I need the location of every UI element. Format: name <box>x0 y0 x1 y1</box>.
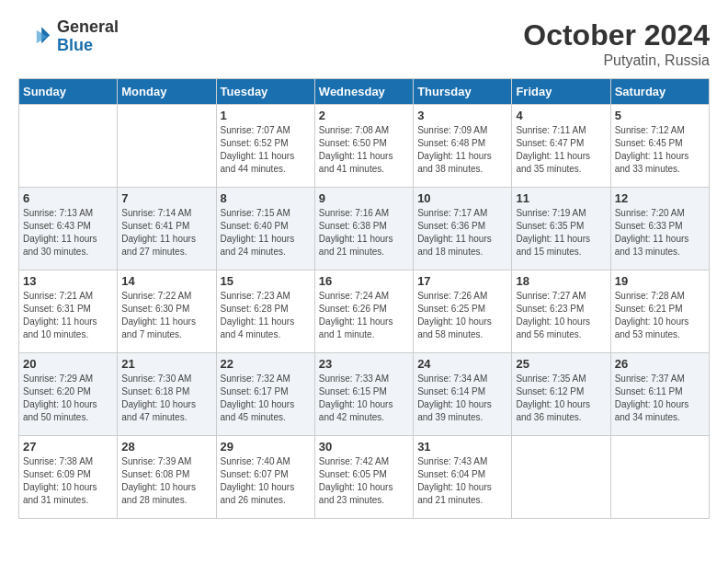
month-title: October 2024 <box>523 18 710 52</box>
day-info: Sunrise: 7:42 AM Sunset: 6:05 PM Dayligh… <box>319 455 409 507</box>
calendar-cell: 13Sunrise: 7:21 AM Sunset: 6:31 PM Dayli… <box>19 270 118 353</box>
day-number: 2 <box>319 109 409 122</box>
calendar-cell: 30Sunrise: 7:42 AM Sunset: 6:05 PM Dayli… <box>314 436 413 519</box>
calendar-week-row: 6Sunrise: 7:13 AM Sunset: 6:43 PM Daylig… <box>19 188 710 270</box>
day-number: 10 <box>417 191 507 205</box>
calendar-cell: 15Sunrise: 7:23 AM Sunset: 6:28 PM Dayli… <box>216 270 314 353</box>
weekday-header: Tuesday <box>216 79 314 105</box>
calendar-cell: 25Sunrise: 7:35 AM Sunset: 6:12 PM Dayli… <box>512 353 610 436</box>
calendar-cell: 18Sunrise: 7:27 AM Sunset: 6:23 PM Dayli… <box>512 270 610 353</box>
day-number: 8 <box>221 191 311 205</box>
day-number: 31 <box>417 440 507 454</box>
day-number: 14 <box>121 274 211 288</box>
title-area: October 2024 Putyatin, Russia <box>523 18 710 69</box>
day-number: 26 <box>615 357 705 371</box>
logo-line2: Blue <box>57 37 119 55</box>
day-number: 13 <box>23 274 113 288</box>
day-info: Sunrise: 7:14 AM Sunset: 6:41 PM Dayligh… <box>121 207 211 259</box>
day-number: 7 <box>121 191 211 205</box>
calendar-week-row: 13Sunrise: 7:21 AM Sunset: 6:31 PM Dayli… <box>19 270 710 353</box>
calendar-cell: 28Sunrise: 7:39 AM Sunset: 6:08 PM Dayli… <box>118 436 216 519</box>
calendar-cell: 2Sunrise: 7:08 AM Sunset: 6:50 PM Daylig… <box>314 105 413 188</box>
calendar-cell: 1Sunrise: 7:07 AM Sunset: 6:52 PM Daylig… <box>216 105 314 188</box>
calendar-cell <box>118 105 216 188</box>
day-number: 16 <box>319 274 409 288</box>
calendar-cell: 26Sunrise: 7:37 AM Sunset: 6:11 PM Dayli… <box>610 353 709 436</box>
day-number: 18 <box>516 274 606 288</box>
day-number: 3 <box>417 109 507 122</box>
day-number: 15 <box>221 274 311 288</box>
calendar-cell: 12Sunrise: 7:20 AM Sunset: 6:33 PM Dayli… <box>610 188 709 270</box>
calendar-cell <box>19 105 118 188</box>
day-info: Sunrise: 7:21 AM Sunset: 6:31 PM Dayligh… <box>23 290 113 341</box>
weekday-header: Friday <box>512 79 610 105</box>
calendar-cell: 17Sunrise: 7:26 AM Sunset: 6:25 PM Dayli… <box>414 270 512 353</box>
day-number: 22 <box>221 357 311 371</box>
day-info: Sunrise: 7:43 AM Sunset: 6:04 PM Dayligh… <box>417 455 507 507</box>
logo: General Blue <box>18 18 119 55</box>
calendar-cell: 22Sunrise: 7:32 AM Sunset: 6:17 PM Dayli… <box>216 353 314 436</box>
calendar-cell: 6Sunrise: 7:13 AM Sunset: 6:43 PM Daylig… <box>19 188 118 270</box>
calendar-cell: 4Sunrise: 7:11 AM Sunset: 6:47 PM Daylig… <box>512 105 610 188</box>
calendar-cell: 19Sunrise: 7:28 AM Sunset: 6:21 PM Dayli… <box>610 270 709 353</box>
calendar-cell: 3Sunrise: 7:09 AM Sunset: 6:48 PM Daylig… <box>414 105 512 188</box>
calendar-table: SundayMondayTuesdayWednesdayThursdayFrid… <box>18 78 710 519</box>
day-number: 5 <box>615 109 705 122</box>
day-number: 19 <box>615 274 705 288</box>
day-number: 30 <box>319 440 409 454</box>
day-info: Sunrise: 7:29 AM Sunset: 6:20 PM Dayligh… <box>23 373 113 424</box>
calendar-week-row: 1Sunrise: 7:07 AM Sunset: 6:52 PM Daylig… <box>19 105 710 188</box>
day-info: Sunrise: 7:23 AM Sunset: 6:28 PM Dayligh… <box>221 290 311 341</box>
calendar-week-row: 20Sunrise: 7:29 AM Sunset: 6:20 PM Dayli… <box>19 353 710 436</box>
day-number: 1 <box>221 109 311 122</box>
day-info: Sunrise: 7:37 AM Sunset: 6:11 PM Dayligh… <box>615 373 705 424</box>
day-number: 17 <box>417 274 507 288</box>
calendar-cell: 9Sunrise: 7:16 AM Sunset: 6:38 PM Daylig… <box>314 188 413 270</box>
weekday-header: Thursday <box>414 79 512 105</box>
day-number: 27 <box>23 440 113 454</box>
calendar-cell: 8Sunrise: 7:15 AM Sunset: 6:40 PM Daylig… <box>216 188 314 270</box>
day-number: 28 <box>121 440 211 454</box>
calendar-cell: 11Sunrise: 7:19 AM Sunset: 6:35 PM Dayli… <box>512 188 610 270</box>
calendar-cell: 5Sunrise: 7:12 AM Sunset: 6:45 PM Daylig… <box>610 105 709 188</box>
location: Putyatin, Russia <box>523 52 710 69</box>
day-info: Sunrise: 7:39 AM Sunset: 6:08 PM Dayligh… <box>121 455 211 507</box>
day-info: Sunrise: 7:15 AM Sunset: 6:40 PM Dayligh… <box>221 207 311 259</box>
day-number: 21 <box>121 357 211 371</box>
day-number: 6 <box>23 191 113 205</box>
weekday-header: Saturday <box>610 79 709 105</box>
day-info: Sunrise: 7:27 AM Sunset: 6:23 PM Dayligh… <box>516 290 606 341</box>
calendar-cell: 14Sunrise: 7:22 AM Sunset: 6:30 PM Dayli… <box>118 270 216 353</box>
day-info: Sunrise: 7:38 AM Sunset: 6:09 PM Dayligh… <box>23 455 113 507</box>
day-info: Sunrise: 7:22 AM Sunset: 6:30 PM Dayligh… <box>121 290 211 341</box>
day-info: Sunrise: 7:32 AM Sunset: 6:17 PM Dayligh… <box>221 373 311 424</box>
day-info: Sunrise: 7:40 AM Sunset: 6:07 PM Dayligh… <box>221 455 311 507</box>
day-info: Sunrise: 7:07 AM Sunset: 6:52 PM Dayligh… <box>221 124 311 176</box>
day-number: 23 <box>319 357 409 371</box>
weekday-header: Wednesday <box>314 79 413 105</box>
calendar-week-row: 27Sunrise: 7:38 AM Sunset: 6:09 PM Dayli… <box>19 436 710 519</box>
logo-icon <box>18 20 51 53</box>
day-info: Sunrise: 7:09 AM Sunset: 6:48 PM Dayligh… <box>417 124 507 176</box>
calendar-cell: 7Sunrise: 7:14 AM Sunset: 6:41 PM Daylig… <box>118 188 216 270</box>
day-number: 29 <box>221 440 311 454</box>
day-info: Sunrise: 7:08 AM Sunset: 6:50 PM Dayligh… <box>319 124 409 176</box>
weekday-header: Sunday <box>19 79 118 105</box>
day-number: 4 <box>516 109 606 122</box>
day-info: Sunrise: 7:33 AM Sunset: 6:15 PM Dayligh… <box>319 373 409 424</box>
day-info: Sunrise: 7:24 AM Sunset: 6:26 PM Dayligh… <box>319 290 409 341</box>
day-info: Sunrise: 7:13 AM Sunset: 6:43 PM Dayligh… <box>23 207 113 259</box>
day-number: 11 <box>516 191 606 205</box>
day-info: Sunrise: 7:17 AM Sunset: 6:36 PM Dayligh… <box>417 207 507 259</box>
day-info: Sunrise: 7:16 AM Sunset: 6:38 PM Dayligh… <box>319 207 409 259</box>
calendar-cell: 27Sunrise: 7:38 AM Sunset: 6:09 PM Dayli… <box>19 436 118 519</box>
calendar-cell <box>512 436 610 519</box>
calendar-cell: 24Sunrise: 7:34 AM Sunset: 6:14 PM Dayli… <box>414 353 512 436</box>
day-number: 25 <box>516 357 606 371</box>
day-info: Sunrise: 7:28 AM Sunset: 6:21 PM Dayligh… <box>615 290 705 341</box>
day-number: 20 <box>23 357 113 371</box>
calendar-cell <box>610 436 709 519</box>
day-info: Sunrise: 7:20 AM Sunset: 6:33 PM Dayligh… <box>615 207 705 259</box>
day-info: Sunrise: 7:34 AM Sunset: 6:14 PM Dayligh… <box>417 373 507 424</box>
day-info: Sunrise: 7:35 AM Sunset: 6:12 PM Dayligh… <box>516 373 606 424</box>
